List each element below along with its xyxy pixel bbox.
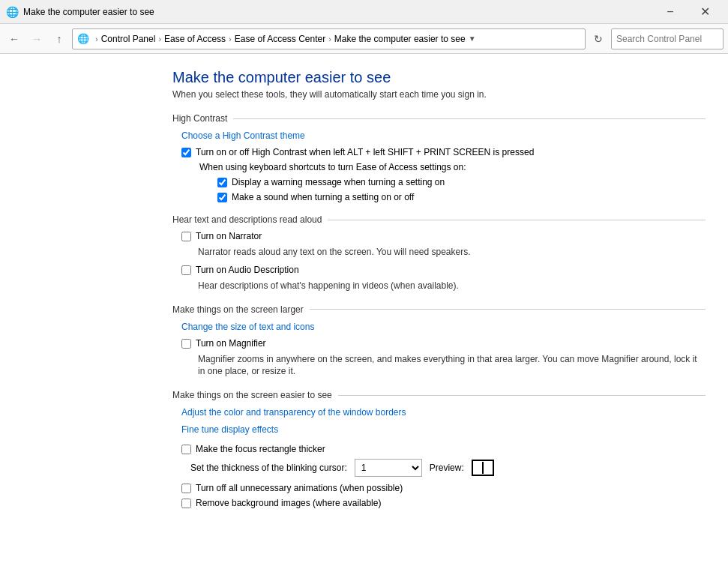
display-checkbox2-row: Turn off all unnecessary animations (whe…: [181, 483, 706, 493]
cursor-preview: [472, 460, 494, 476]
breadcrumb-ease-center[interactable]: Ease of Access Center: [235, 34, 325, 44]
refresh-button[interactable]: ↻: [589, 29, 608, 49]
breadcrumb-ease-of-access[interactable]: Ease of Access: [164, 34, 226, 44]
high-contrast-checkbox2-row: Display a warning message when turning a…: [217, 177, 706, 187]
display-checkbox3[interactable]: [181, 499, 191, 508]
high-contrast-line: [233, 118, 706, 119]
narrator-checkbox2-label: Turn on Audio Description: [196, 265, 299, 275]
breadcrumb-current: Make the computer easier to see: [334, 34, 466, 44]
high-contrast-link[interactable]: Choose a High Contrast theme: [181, 130, 305, 141]
display-content: Adjust the color and transparency of the…: [172, 406, 706, 508]
high-contrast-checkbox1-row: Turn on or off High Contrast when left A…: [181, 147, 706, 157]
display-link1[interactable]: Adjust the color and transparency of the…: [181, 407, 406, 418]
forward-button[interactable]: →: [27, 29, 46, 49]
high-contrast-title: High Contrast: [172, 113, 227, 124]
cursor-thickness-row: Set the thickness of the blinking cursor…: [181, 459, 706, 477]
magnifier-line: [310, 309, 706, 310]
display-section: Make things on the screen easier to see …: [172, 390, 706, 508]
close-button[interactable]: ✕: [688, 0, 722, 24]
magnifier-desc1: Magnifier zooms in anywhere on the scree…: [181, 353, 706, 379]
narrator-checkbox2[interactable]: [181, 265, 191, 275]
main-content: Make the computer easier to see When you…: [0, 54, 728, 566]
high-contrast-header: High Contrast: [172, 113, 706, 124]
magnifier-content: Change the size of text and icons Turn o…: [172, 321, 706, 379]
narrator-desc1: Narrator reads aloud any text on the scr…: [181, 246, 706, 259]
app-icon: 🌐: [6, 6, 19, 18]
high-contrast-sub: When using keyboard shortcuts to turn Ea…: [181, 162, 706, 202]
magnifier-checkbox1-row: Turn on Magnifier: [181, 338, 706, 349]
high-contrast-sub-checkboxes: Display a warning message when turning a…: [199, 177, 706, 202]
breadcrumb-sep-2: ›: [229, 34, 232, 43]
title-bar: 🌐 Make the computer easier to see − ✕: [0, 0, 728, 24]
cursor-preview-bar: [482, 462, 484, 474]
display-link2[interactable]: Fine tune display effects: [181, 424, 278, 435]
narrator-checkbox1-row: Turn on Narrator: [181, 231, 706, 241]
address-dropdown-arrow[interactable]: ▼: [469, 34, 476, 43]
display-checkbox2[interactable]: [181, 484, 191, 493]
magnifier-header: Make things on the screen larger: [172, 304, 706, 315]
breadcrumb-icon: 🌐: [77, 33, 89, 44]
address-bar: ← → ↑ 🌐 › Control Panel › Ease of Access…: [0, 24, 728, 54]
window-title: Make the computer easier to see: [23, 7, 653, 17]
display-line: [338, 395, 706, 396]
magnifier-checkbox1[interactable]: [181, 339, 191, 349]
display-title: Make things on the screen easier to see: [172, 390, 332, 400]
breadcrumb-sep-0: ›: [95, 34, 98, 43]
cursor-dropdown[interactable]: 1 2 3 4 5: [355, 459, 422, 477]
high-contrast-checkbox2-label: Display a warning message when turning a…: [232, 177, 445, 187]
display-checkbox2-label: Turn off all unnecessary animations (whe…: [196, 483, 403, 493]
display-checkbox3-label: Remove background images (where availabl…: [196, 498, 381, 508]
address-path: 🌐 › Control Panel › Ease of Access › Eas…: [72, 28, 586, 49]
up-button[interactable]: ↑: [49, 29, 69, 49]
cursor-label: Set the thickness of the blinking cursor…: [190, 463, 347, 473]
breadcrumb-control-panel[interactable]: Control Panel: [101, 34, 156, 44]
breadcrumb-sep-1: ›: [158, 34, 161, 43]
high-contrast-sublabel: When using keyboard shortcuts to turn Ea…: [199, 162, 706, 172]
magnifier-title: Make things on the screen larger: [172, 304, 304, 315]
narrator-content: Turn on Narrator Narrator reads aloud an…: [172, 231, 706, 292]
minimize-button[interactable]: −: [653, 0, 688, 24]
display-checkbox1-label: Make the focus rectangle thicker: [196, 444, 325, 454]
narrator-checkbox1-label: Turn on Narrator: [196, 231, 262, 241]
search-input[interactable]: [611, 28, 724, 49]
breadcrumb-sep-3: ›: [328, 34, 331, 43]
preview-label: Preview:: [430, 463, 464, 473]
display-header: Make things on the screen easier to see: [172, 390, 706, 400]
high-contrast-checkbox3[interactable]: [217, 193, 227, 202]
narrator-checkbox2-row: Turn on Audio Description: [181, 265, 706, 275]
window-controls: − ✕: [653, 0, 722, 24]
high-contrast-checkbox2[interactable]: [217, 178, 227, 187]
narrator-desc2: Hear descriptions of what's happening in…: [181, 280, 706, 292]
display-checkbox3-row: Remove background images (where availabl…: [181, 498, 706, 508]
high-contrast-checkbox1-label: Turn on or off High Contrast when left A…: [196, 147, 534, 157]
high-contrast-section: High Contrast Choose a High Contrast the…: [172, 113, 706, 202]
magnifier-section: Make things on the screen larger Change …: [172, 304, 706, 379]
narrator-section: Hear text and descriptions read aloud Tu…: [172, 214, 706, 292]
high-contrast-checkbox1[interactable]: [181, 148, 191, 157]
narrator-line: [328, 220, 706, 220]
magnifier-link[interactable]: Change the size of text and icons: [181, 322, 314, 332]
narrator-title: Hear text and descriptions read aloud: [172, 214, 322, 225]
display-checkbox1[interactable]: [181, 445, 191, 454]
back-button[interactable]: ←: [4, 29, 24, 49]
page-subtitle: When you select these tools, they will a…: [172, 89, 706, 100]
high-contrast-content: Choose a High Contrast theme Turn on or …: [172, 130, 706, 202]
narrator-header: Hear text and descriptions read aloud: [172, 214, 706, 225]
narrator-checkbox1[interactable]: [181, 232, 191, 241]
magnifier-checkbox1-label: Turn on Magnifier: [196, 338, 266, 349]
page-title: Make the computer easier to see: [172, 69, 706, 86]
display-checkbox1-row: Make the focus rectangle thicker: [181, 444, 706, 454]
high-contrast-checkbox3-row: Make a sound when turning a setting on o…: [217, 192, 706, 202]
high-contrast-checkbox3-label: Make a sound when turning a setting on o…: [232, 192, 414, 202]
